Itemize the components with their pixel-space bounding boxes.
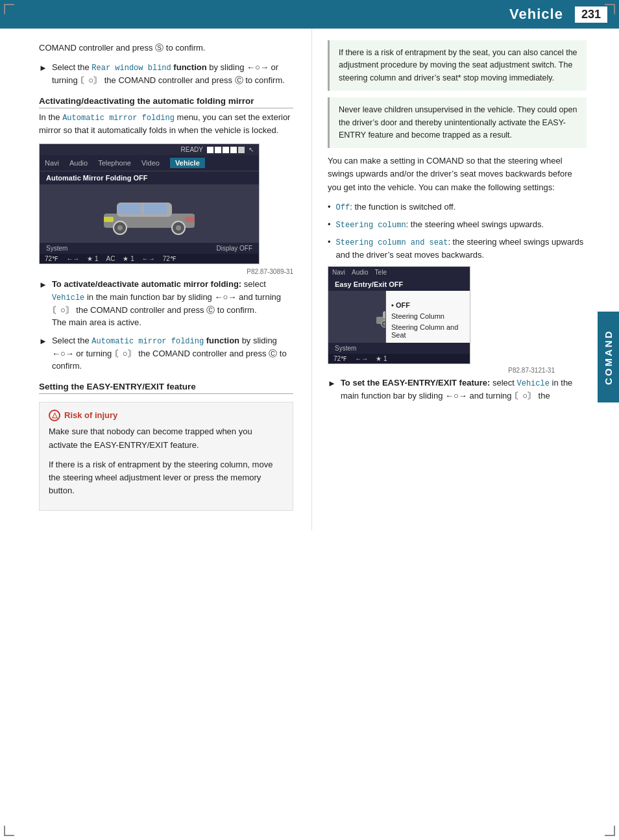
- bullet-arrow-3: ►: [39, 335, 47, 373]
- code-auto-mirror-folding-2: Automatic mirror folding: [91, 337, 204, 346]
- screen-bottom-right-1: Display OFF: [216, 245, 252, 252]
- code-steering-column-seat: Steering column and seat: [336, 238, 448, 247]
- bullet-item-4: ► To set the EASY-ENTRY/EXIT feature: se…: [328, 377, 587, 402]
- section1-intro-para: In the Automatic mirror folding menu, yo…: [39, 111, 293, 138]
- screen-2-bottom-left: System: [335, 345, 356, 352]
- header-bar: Vehicle 231: [0, 0, 619, 29]
- screen-nav-video: Video: [141, 159, 160, 167]
- status-temp-left: 72℉: [45, 255, 58, 262]
- code-vehicle-2: Vehicle: [517, 379, 550, 388]
- header-title: Vehicle: [509, 6, 563, 23]
- screen-top-icons-1: ↖: [207, 146, 254, 153]
- code-vehicle-1: Vehicle: [52, 293, 84, 303]
- option-off: • OFF: [391, 301, 466, 309]
- right-bullet-dot-2: •: [328, 218, 331, 231]
- screen-label-bar-1: Automatic Mirror Folding OFF: [40, 171, 259, 184]
- car-svg-1: [97, 191, 201, 236]
- code-steering-column: Steering column: [336, 221, 406, 230]
- ready-text-1: READY: [181, 146, 203, 153]
- sq-icon-1: [207, 147, 213, 153]
- screen-caption-2: P82.87-3121-31: [328, 367, 555, 374]
- screen-2-nav-tele: Tele: [375, 269, 387, 276]
- svg-rect-7: [144, 204, 167, 214]
- svg-point-5: [176, 225, 181, 230]
- intro-para-1: COMAND controller and press Ⓢ to confirm…: [39, 42, 293, 55]
- screen-car-area-1: [40, 184, 259, 243]
- screen-2-bottom-bar: System: [328, 343, 470, 354]
- side-tab: COMAND: [598, 312, 619, 402]
- screen-label-1: Automatic Mirror Folding OFF: [46, 174, 147, 182]
- corner-mark-br: [605, 826, 615, 836]
- screen-status-bar-1: 72℉ ←→ ★ 1 AC ★ 1 ←→ 72℉: [40, 254, 259, 264]
- info-box-2-text: Never leave children unsupervised in the…: [339, 105, 577, 140]
- bullet-item-2: ► To activate/deactivate automatic mirro…: [39, 278, 293, 329]
- screen-nav-telephone: Telephone: [98, 159, 131, 167]
- warning-title: △ Risk of injury: [49, 409, 284, 422]
- screen-2-label-bar: Easy Entry/Exit OFF: [328, 278, 470, 291]
- warning-box: △ Risk of injury Make sure that nobody c…: [39, 402, 293, 511]
- right-bullet-1-text: Off: the function is switched off.: [336, 201, 456, 214]
- bullet-item-1: ► Select the Rear window blind function …: [39, 61, 293, 87]
- bullet-4-text: To set the EASY-ENTRY/EXIT feature: sele…: [341, 377, 587, 402]
- code-auto-mirror-folding: Automatic mirror folding: [62, 114, 175, 123]
- status-temp-right: 72℉: [163, 255, 176, 262]
- svg-point-4: [117, 225, 123, 230]
- section-heading-1: Activating/deactivating the automatic fo…: [39, 96, 293, 108]
- antenna-icon: ↖: [249, 146, 254, 153]
- screen-2-nav-audio: Audio: [352, 269, 369, 276]
- screen-2-options-panel: • OFF Steering Column Steering Column an…: [385, 291, 470, 343]
- screen-2-main-row: • OFF Steering Column Steering Column an…: [328, 291, 470, 343]
- right-bullet-2: • Steering column: the steering wheel sw…: [328, 218, 587, 231]
- intro-text-1: COMAND controller and press Ⓢ to confirm…: [39, 43, 205, 53]
- screen-2-status-bar: 72℉ ←→ ★ 1: [328, 354, 470, 364]
- info-box-1-text: If there is a risk of entrapment by the …: [339, 48, 577, 82]
- bullet-arrow-2: ►: [39, 278, 47, 329]
- right-bullet-3-text: Steering column and seat: the steering w…: [336, 236, 587, 262]
- svg-rect-9: [185, 217, 195, 222]
- right-bullet-2-text: Steering column: the steering wheel swin…: [336, 218, 544, 231]
- status-arrows: ←→: [66, 255, 79, 262]
- section-heading-2-text: Setting the EASY-ENTRY/EXIT feature: [39, 382, 196, 391]
- sq-icon-4: [230, 147, 237, 153]
- corner-mark-bl: [4, 826, 14, 836]
- right-intro-para: You can make a setting in COMAND so that…: [328, 154, 587, 193]
- screen-top-bar-1: READY ↖: [40, 144, 259, 155]
- right-bullet-dot-1: •: [328, 201, 331, 214]
- screen-mockup-1: READY ↖ Navi Audio Telephone Video Vehic…: [39, 143, 260, 264]
- warning-para-1: Make sure that nobody can become trapped…: [49, 425, 284, 451]
- info-box-2: Never leave children unsupervised in the…: [328, 97, 587, 148]
- screen-mockup-2-wrapper: Navi Audio Tele Easy Entry/Exit OFF: [328, 266, 555, 374]
- header-page: 231: [575, 6, 607, 23]
- corner-mark-tl: [4, 4, 14, 14]
- sq-icon-3: [223, 147, 229, 153]
- screen-mockup-2: Navi Audio Tele Easy Entry/Exit OFF: [328, 266, 470, 364]
- screen-bottom-bar-1: System Display OFF: [40, 243, 259, 254]
- screen-nav-navi: Navi: [45, 159, 59, 167]
- screen-2-status-star: ★ 1: [376, 355, 387, 362]
- code-rear-window-blind: Rear window blind: [91, 64, 171, 73]
- bullet-2-text: To activate/deactivate automatic mirror …: [52, 278, 293, 329]
- main-content: COMAND controller and press Ⓢ to confirm…: [0, 29, 619, 530]
- svg-rect-8: [104, 217, 114, 222]
- right-bullet-1: • Off: the function is switched off.: [328, 201, 587, 214]
- code-off: Off: [336, 203, 350, 212]
- screen-2-status-temp: 72℉: [334, 355, 347, 362]
- left-column: COMAND controller and press Ⓢ to confirm…: [0, 29, 311, 530]
- warning-title-text: Risk of injury: [64, 409, 117, 422]
- bullet-arrow-4: ►: [328, 377, 336, 402]
- status-arrows2: ←→: [142, 255, 155, 262]
- right-column: If there is a risk of entrapment by the …: [311, 29, 619, 530]
- corner-mark-tr: [605, 4, 615, 14]
- info-box-1: If there is a risk of entrapment by the …: [328, 40, 587, 91]
- warning-para-2: If there is a risk of entrapment by the …: [49, 458, 284, 497]
- screen-nav-vehicle: Vehicle: [170, 158, 205, 168]
- status-ac: AC: [106, 255, 115, 262]
- bullet-1-text: Select the Rear window blind function by…: [52, 61, 293, 87]
- status-star2: ★ 1: [123, 255, 134, 262]
- right-bullet-dot-3: •: [328, 236, 331, 249]
- screen-2-label: Easy Entry/Exit OFF: [335, 280, 403, 288]
- bullet-arrow-1: ►: [39, 62, 47, 87]
- right-bullet-3: • Steering column and seat: the steering…: [328, 236, 587, 262]
- screen-2-nav: Navi Audio Tele: [328, 267, 470, 278]
- status-star1: ★ 1: [87, 255, 98, 262]
